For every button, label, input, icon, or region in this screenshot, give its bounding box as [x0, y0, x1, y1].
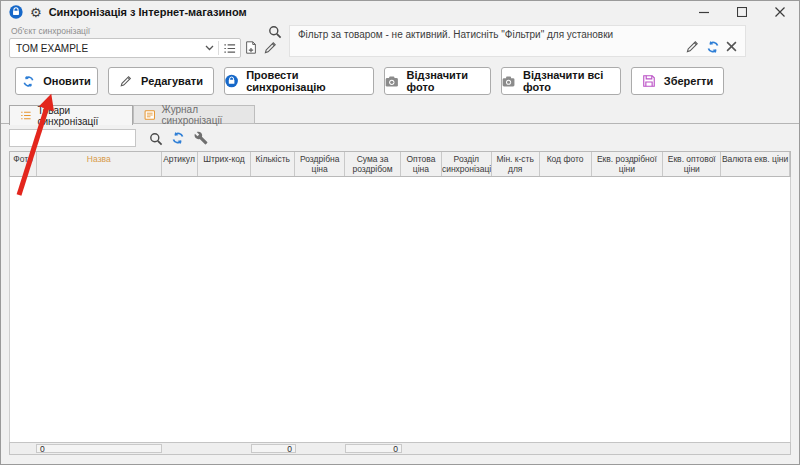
journal-icon: [144, 108, 156, 122]
refresh-icon: [706, 40, 720, 54]
update-button-label: Оновити: [43, 75, 91, 87]
search-icon: [268, 25, 282, 39]
column-header-quantity[interactable]: Кількість: [251, 152, 295, 176]
mark-photo-button[interactable]: Відзначити фото: [384, 67, 491, 95]
edit-button-label: Редагувати: [141, 75, 203, 87]
mark-all-photos-button[interactable]: Відзначити всі фото: [501, 67, 621, 95]
column-header-eq-wholesale-price[interactable]: Екв. оптової ціни: [663, 152, 721, 176]
column-header-photo[interactable]: Фото: [10, 152, 37, 176]
footer-total-retail-sum: 0: [345, 444, 402, 453]
tab-journal[interactable]: Журнал синхронізації: [133, 105, 255, 124]
edit-object-button[interactable]: [263, 40, 278, 55]
sync-object-combobox[interactable]: TOM EXAMPLE: [9, 38, 241, 58]
column-header-photo-code[interactable]: Код фото: [540, 152, 592, 176]
mark-photo-button-label: Відзначити фото: [407, 69, 490, 93]
column-header-retail-price[interactable]: Роздрібна ціна: [295, 152, 345, 176]
camera-icon: [502, 75, 515, 88]
edit-button[interactable]: Редагувати: [108, 67, 214, 95]
filter-refresh-button[interactable]: [706, 40, 720, 54]
app-icon: [9, 5, 23, 19]
update-button[interactable]: Оновити: [15, 67, 98, 95]
products-table-footer: 0 0 0: [9, 442, 791, 455]
column-header-retail-sum[interactable]: Сума за роздрібом: [345, 152, 401, 176]
save-button-label: Зберегти: [664, 75, 713, 87]
maximize-icon: [737, 7, 747, 17]
maximize-button[interactable]: [723, 1, 761, 23]
filter-clear-button[interactable]: [726, 41, 737, 52]
add-document-icon: [244, 40, 258, 55]
shopping-bag-icon: [225, 74, 238, 88]
chevron-down-icon[interactable]: [205, 45, 214, 51]
list-icon: [20, 109, 31, 122]
object-search-button[interactable]: [268, 25, 282, 39]
mark-all-photos-button-label: Відзначити всі фото: [523, 69, 620, 93]
products-search-input[interactable]: [9, 129, 136, 147]
list-icon: [223, 42, 236, 55]
footer-total-name: 0: [36, 444, 162, 453]
column-header-barcode[interactable]: Штрих-код: [198, 152, 252, 176]
pencil-icon: [263, 40, 278, 55]
pencil-icon: [685, 39, 700, 54]
column-header-wholesale-price[interactable]: Оптова ціна: [401, 152, 442, 176]
open-list-button[interactable]: [223, 42, 236, 55]
table-search-button[interactable]: [149, 132, 163, 146]
refresh-icon: [22, 75, 35, 88]
table-refresh-button[interactable]: [171, 131, 185, 145]
add-object-button[interactable]: [244, 40, 258, 55]
tab-journal-label: Журнал синхронізації: [162, 104, 244, 126]
run-sync-button-label: Провести синхронізацію: [246, 69, 373, 93]
close-icon: [726, 41, 737, 52]
tab-products-label: Товари синхронізації: [37, 105, 122, 127]
sync-object-value: TOM EXAMPLE: [16, 43, 88, 54]
search-icon: [149, 132, 163, 146]
minimize-button[interactable]: [685, 1, 723, 23]
products-table-header: Фото Назва Артикул Штрих-код Кількість Р…: [9, 151, 791, 177]
sync-object-label: Об'єкт синхронізації: [11, 26, 90, 36]
column-header-eq-currency[interactable]: Валюта екв. ціни: [721, 152, 790, 176]
filter-status-text: Фільтр за товаром - не активний. Натисні…: [298, 29, 613, 40]
footer-total-quantity: 0: [251, 444, 296, 453]
filter-panel: Фільтр за товаром - не активний. Натисні…: [289, 25, 746, 57]
gear-icon: ⚙: [30, 6, 42, 19]
products-table-body: [9, 177, 791, 442]
save-button[interactable]: Зберегти: [631, 67, 724, 95]
run-sync-button[interactable]: Провести синхронізацію: [224, 67, 374, 95]
camera-icon: [385, 75, 399, 88]
table-settings-button[interactable]: [194, 131, 208, 145]
pencil-icon: [119, 74, 133, 88]
window-title: Синхронізація з Інтернет-магазином: [49, 6, 247, 18]
column-header-sync-section[interactable]: Розділ синхронізації: [442, 152, 492, 176]
column-header-eq-retail-price[interactable]: Екв. роздрібної ціни: [592, 152, 664, 176]
column-header-name[interactable]: Назва: [37, 152, 162, 176]
close-icon: [775, 7, 785, 17]
tab-products[interactable]: Товари синхронізації: [9, 105, 133, 125]
filter-edit-button[interactable]: [685, 39, 700, 54]
save-floppy-icon: [642, 74, 656, 88]
column-header-min-qty[interactable]: Мін. к-сть для: [492, 152, 540, 176]
app-window: ⚙ Синхронізація з Інтернет-магазином Об'…: [0, 0, 800, 465]
minimize-icon: [699, 7, 709, 17]
refresh-icon: [171, 131, 185, 145]
close-button[interactable]: [761, 1, 799, 23]
column-header-sku[interactable]: Артикул: [162, 152, 198, 176]
wrench-icon: [194, 131, 208, 145]
window-titlebar: ⚙ Синхронізація з Інтернет-магазином: [1, 1, 799, 23]
